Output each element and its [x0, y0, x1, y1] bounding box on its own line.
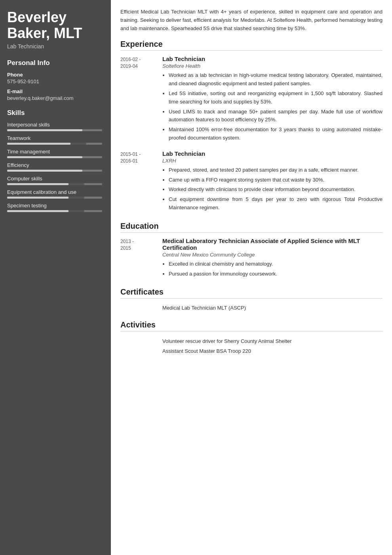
certificates-section: Certificates Medical Lab Technician MLT … [120, 287, 382, 312]
list-item: Prepared, stored, and tested 20 patient … [169, 166, 382, 174]
skill-computer: Computer skills [7, 176, 104, 185]
personal-info-section: Personal Info Phone 575-952-9101 E-mail … [7, 59, 104, 101]
list-item: Used LIMS to track and manage 50+ patien… [169, 108, 382, 124]
education-title-1: Medical Laboratory Technician Associate … [162, 237, 382, 251]
education-date-1: 2013 -2015 [120, 237, 156, 280]
candidate-name: Beverley Baker, MLT [7, 10, 104, 41]
certificate-item: Medical Lab Technician MLT (ASCP) [162, 303, 382, 312]
personal-info-heading: Personal Info [7, 59, 104, 67]
experience-date-1: 2016-02 -2019-04 [120, 56, 156, 144]
email-value: beverley.q.baker@gmail.com [7, 95, 104, 101]
certificate-entry-1: Medical Lab Technician MLT (ASCP) [120, 303, 382, 312]
list-item: Came up with a FIFO reagent storing syst… [169, 176, 382, 184]
list-item: Worked as a lab technician in high-volum… [169, 71, 382, 88]
experience-date-2: 2015-01 -2016-01 [120, 150, 156, 214]
email-label: E-mail [7, 88, 104, 94]
list-item: Excelled in clinical chemistry and hemat… [169, 260, 382, 268]
activity-item-2: Assistant Scout Master BSA Troop 220 [162, 346, 382, 356]
main-content: Efficient Medical Lab Technician MLT wit… [111, 0, 392, 555]
activities-entries: Volunteer rescue driver for Sherry Count… [120, 336, 382, 356]
skill-efficiency: Efficiency [7, 162, 104, 172]
experience-title-2: Lab Technician [162, 150, 382, 157]
education-heading: Education [120, 222, 382, 233]
education-section: Education 2013 -2015 Medical Laboratory … [120, 222, 382, 280]
experience-entry-2: 2015-01 -2016-01 Lab Technician LXRH Pre… [120, 150, 382, 214]
summary: Efficient Medical Lab Technician MLT wit… [120, 8, 382, 33]
skills-section: Skills Interpersonal skills Teamwork Tim… [7, 109, 104, 212]
experience-org-1: Soltefiore Health [162, 63, 382, 69]
skill-equipment: Equipment calibration and use [7, 189, 104, 199]
list-item: Cut equipment downtime from 5 days per y… [169, 195, 382, 212]
experience-section: Experience 2016-02 -2019-04 Lab Technici… [120, 40, 382, 213]
candidate-title: Lab Technician [7, 43, 104, 50]
sidebar: Beverley Baker, MLT Lab Technician Perso… [0, 0, 111, 555]
experience-bullets-1: Worked as a lab technician in high-volum… [162, 71, 382, 142]
skill-teamwork: Teamwork [7, 135, 104, 145]
activities-heading: Activities [120, 320, 382, 331]
list-item: Worked directly with clinicians to provi… [169, 186, 382, 194]
experience-org-2: LXRH [162, 158, 382, 164]
certificates-heading: Certificates [120, 287, 382, 299]
skill-specimen: Specimen testing [7, 203, 104, 212]
phone-value: 575-952-9101 [7, 78, 104, 84]
skill-interpersonal: Interpersonal skills [7, 122, 104, 131]
skills-heading: Skills [7, 109, 104, 117]
list-item: Maintained 100% error-free documentation… [169, 126, 382, 142]
phone-label: Phone [7, 72, 104, 78]
experience-title-1: Lab Technician [162, 56, 382, 62]
education-org-1: Central New Mexico Community College [162, 252, 382, 258]
list-item: Pursued a passion for immunology coursew… [169, 270, 382, 278]
experience-entry-1: 2016-02 -2019-04 Lab Technician Soltefio… [120, 56, 382, 144]
experience-heading: Experience [120, 40, 382, 51]
list-item: Led 5S initiative, sorting out and reorg… [169, 90, 382, 106]
activities-section: Activities Volunteer rescue driver for S… [120, 320, 382, 356]
skill-time-management: Time management [7, 149, 104, 158]
education-entry-1: 2013 -2015 Medical Laboratory Technician… [120, 237, 382, 280]
education-bullets-1: Excelled in clinical chemistry and hemat… [162, 260, 382, 278]
experience-bullets-2: Prepared, stored, and tested 20 patient … [162, 166, 382, 212]
activity-item-1: Volunteer rescue driver for Sherry Count… [162, 336, 382, 346]
